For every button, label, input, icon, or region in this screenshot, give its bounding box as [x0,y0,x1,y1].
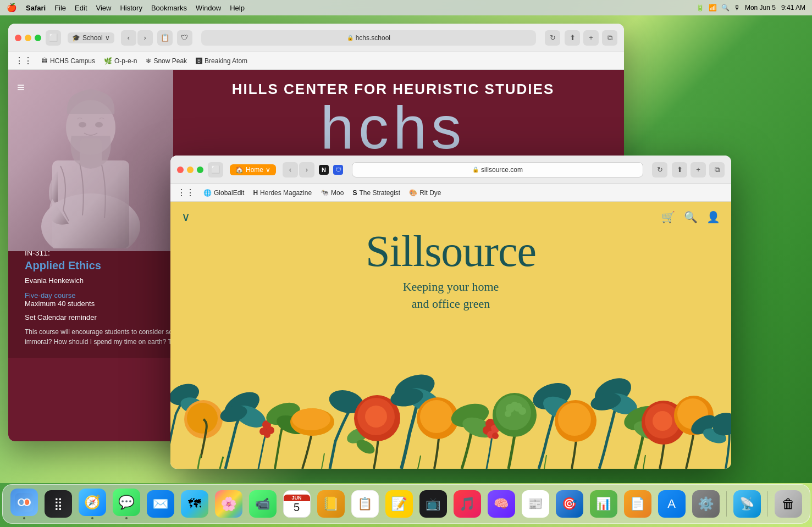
calendar-icon: JUN 5 [283,490,311,518]
maximize-button-sillsource[interactable] [197,167,203,173]
dock-item-photos[interactable]: 🌸 [213,488,245,520]
dock-item-airdrop[interactable]: 📡 [731,488,763,520]
dock-item-pages[interactable]: 📄 [622,488,654,520]
dock-item-safari[interactable]: 🧭 [76,488,108,520]
bookmark-hchs-campus[interactable]: 🏛 HCHS Campus [41,57,95,65]
menu-help[interactable]: Help [230,4,245,12]
dock-item-calendar[interactable]: JUN 5 [281,488,313,520]
dock-separator-2 [767,491,768,517]
dock-item-numbers[interactable]: 📊 [588,488,620,520]
share-button-sillsource[interactable]: ⬆ [672,162,687,177]
tab-group-sillsource: 🏠 Home ∨ [230,164,276,175]
dock-item-reminders[interactable]: 📋 [349,488,381,520]
address-bar-hchs[interactable]: 🔒 hchs.school [201,30,536,46]
bookmark-icon-herdes: H [253,189,258,197]
tab-home[interactable]: 🏠 Home ∨ [230,164,276,175]
minimize-button-hchs[interactable] [25,35,31,41]
cart-icon[interactable]: 🛒 [661,210,675,224]
dock-item-messages[interactable]: 💬 [111,488,142,520]
home-tab-icon: 🏠 [235,166,244,174]
svg-point-49 [558,403,591,436]
menu-bookmarks[interactable]: Bookmarks [151,4,187,12]
sysprefs-icon: ⚙️ [692,490,720,518]
siri-icon[interactable]: 🎙 [734,4,741,12]
extension-icon-shield[interactable]: 🛡 [333,165,343,175]
sidebar-toggle-hchs[interactable]: ⬜ [46,30,61,46]
tab-school[interactable]: 🎓 School ∨ [68,32,114,43]
back-button-sillsource[interactable]: ‹ [283,162,298,177]
reload-button-hchs[interactable]: ↻ [545,30,560,46]
bookmark-icon-ritdye: 🎨 [409,189,417,197]
maximize-button-hchs[interactable] [35,35,41,41]
dock-item-contacts[interactable]: 📒 [315,488,347,520]
school-tab-icon: 🎓 [72,34,80,42]
bookmark-moo[interactable]: 🐄 Moo [321,189,344,197]
share-button-hchs[interactable]: ⬆ [565,30,580,46]
bookmark-globaledit[interactable]: 🌐 GlobalEdit [203,189,244,197]
dock-item-music[interactable]: 🎵 [451,488,483,520]
battery-icon: 🔋 [696,4,704,12]
url-sillsource: sillsource.com [481,166,523,174]
svg-point-57 [653,411,672,431]
tab-overview-sillsource[interactable]: ⧉ [709,162,725,177]
lock-icon-sillsource: 🔒 [472,167,479,173]
back-button-hchs[interactable]: ‹ [121,30,136,46]
menu-history[interactable]: History [120,4,142,12]
sidebar-toggle-sillsource[interactable]: ⬜ [208,162,223,177]
close-button-hchs[interactable] [15,35,21,41]
svg-point-44 [518,407,526,415]
svg-point-45 [505,410,511,417]
dock-item-mindnode[interactable]: 🧠 [485,488,517,520]
bookmark-breaking-atom[interactable]: 🅱 Breaking Atom [196,57,247,65]
address-bar-sillsource[interactable]: 🔒 sillsource.com [352,162,643,177]
sillsource-menu-chevron[interactable]: ∨ [181,210,190,224]
svg-point-38 [492,432,499,439]
extension-icon-n[interactable]: N [319,165,329,175]
app-menu-safari[interactable]: Safari [26,4,46,12]
bookmark-herdes[interactable]: H Herdes Magazine [253,189,312,197]
forward-button-sillsource[interactable]: › [299,162,314,177]
dock-item-sysprefs[interactable]: ⚙️ [690,488,722,520]
dock-item-mail[interactable]: ✉️ [145,488,176,520]
bookmark-ritdye[interactable]: 🎨 Rit Dye [409,189,441,197]
dock-item-news[interactable]: 📰 [520,488,551,520]
nav-arrows-hchs: ‹ › [121,30,153,46]
forward-button-hchs[interactable]: › [137,30,153,46]
facetime-icon: 📹 [249,490,277,518]
user-icon-sillsource[interactable]: 👤 [706,210,720,224]
svg-point-20 [292,408,330,430]
menu-file[interactable]: File [54,4,66,12]
bookmark-snow-peak[interactable]: ❄ Snow Peak [146,57,187,65]
dock-item-appstore[interactable]: A [656,488,688,520]
search-icon[interactable]: 🔍 [721,4,730,12]
reload-button-sillsource[interactable]: ↻ [652,162,667,177]
menu-edit[interactable]: Edit [75,4,87,12]
dock-item-tv[interactable]: 📺 [417,488,449,520]
sillsource-website-content: ∨ 🛒 🔍 👤 Sillsource Keeping your home and… [170,202,731,469]
dock-item-launchpad[interactable]: ⣿ [42,488,74,520]
menu-window[interactable]: Window [196,4,221,12]
bookmark-icon-hchs-campus: 🏛 [41,57,48,65]
dock-item-finder[interactable] [8,488,40,520]
dock-item-trash[interactable]: 🗑 [772,488,804,520]
new-tab-button-sillsource[interactable]: + [691,162,706,177]
new-tab-button-hchs[interactable]: + [583,30,599,46]
dock-item-facetime[interactable]: 📹 [247,488,279,520]
sidebar-reader-hchs[interactable]: 📋 [157,30,173,46]
dock-item-keynote[interactable]: 🎯 [554,488,585,520]
dock-item-notes[interactable]: 📝 [383,488,415,520]
bookmark-open[interactable]: 🌿 O-p-e-n [104,57,137,65]
lock-icon-hchs: 🔒 [347,35,353,41]
mail-icon: ✉️ [147,490,174,518]
menu-view[interactable]: View [96,4,112,12]
bookmark-icon-strategist: S [352,189,357,197]
dock-item-maps[interactable]: 🗺 [179,488,211,520]
apple-menu[interactable]: 🍎 [7,3,17,13]
bookmark-strategist[interactable]: S The Strategist [352,189,400,197]
search-icon-sillsource[interactable]: 🔍 [684,210,698,224]
tab-overview-hchs[interactable]: ⧉ [602,30,617,46]
minimize-button-sillsource[interactable] [187,167,194,173]
maps-icon: 🗺 [181,490,208,518]
close-button-sillsource[interactable] [177,167,184,173]
adblocker-hchs[interactable]: 🛡 [177,30,192,46]
